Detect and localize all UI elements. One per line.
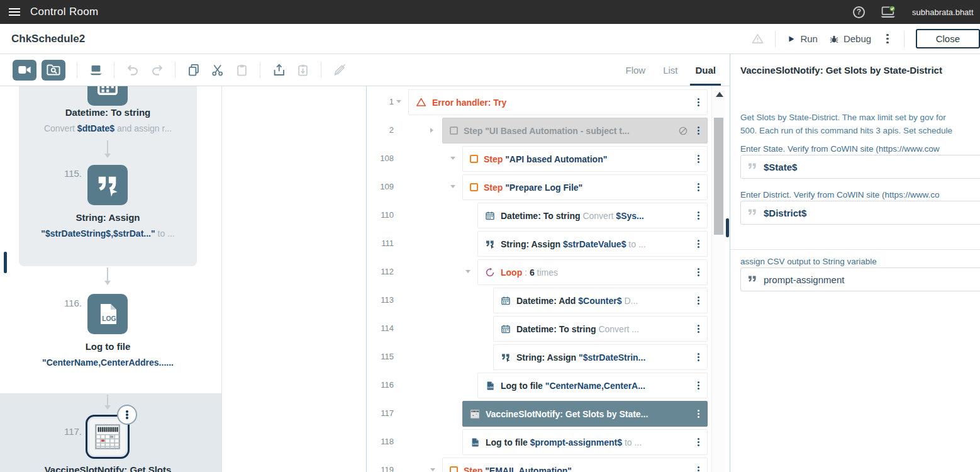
line-number: 1 bbox=[367, 97, 394, 106]
row-options-kebab-icon[interactable] bbox=[698, 413, 700, 415]
toolbar-divider bbox=[77, 62, 77, 78]
folder-search-icon[interactable] bbox=[42, 60, 65, 81]
chevron-down-icon[interactable] bbox=[465, 270, 471, 273]
line-number: 117 bbox=[367, 408, 394, 418]
laptop-check-icon[interactable] bbox=[880, 5, 897, 19]
scrollbar-thumb[interactable] bbox=[714, 118, 723, 235]
string-type-quotes-icon bbox=[747, 162, 757, 172]
disabled-icon bbox=[678, 126, 688, 136]
calendar-icon bbox=[501, 324, 511, 334]
error-triangle-icon bbox=[416, 97, 426, 108]
row-options-kebab-icon[interactable] bbox=[698, 385, 700, 387]
action-card[interactable]: Step "API based Automation" bbox=[462, 146, 708, 172]
line-number: 114 bbox=[367, 323, 394, 333]
action-card[interactable]: Datetime: To string Convert ... bbox=[493, 316, 708, 342]
action-card[interactable]: Step "Prepare Log File" bbox=[462, 174, 708, 200]
flow-node-subtitle: "$strDateString$,$strDat..." to ... bbox=[5, 228, 211, 239]
chevron-down-icon[interactable] bbox=[450, 185, 455, 188]
string-type-quotes-icon bbox=[747, 274, 757, 284]
flow-node-log-to-file[interactable]: LOG bbox=[87, 294, 128, 334]
field-input[interactable]: prompt-assignment bbox=[740, 267, 980, 291]
paste-icon bbox=[233, 62, 250, 78]
laptop-icon[interactable] bbox=[87, 62, 104, 78]
field-label: assign CSV output to String variable bbox=[740, 257, 980, 266]
row-options-kebab-icon[interactable] bbox=[698, 300, 700, 302]
export-icon[interactable] bbox=[270, 62, 287, 78]
action-card[interactable]: Datetime: Add $Counter$ D... bbox=[493, 288, 708, 313]
panel-splitter-handle[interactable] bbox=[726, 218, 729, 237]
action-title: VaccineSlotNotify: Get Slots by State-Di… bbox=[740, 65, 979, 76]
row-options-kebab-icon[interactable] bbox=[698, 243, 700, 245]
hamburger-icon[interactable] bbox=[9, 11, 20, 13]
chevron-down-icon[interactable] bbox=[450, 157, 455, 160]
page-title: ChkSchedule2 bbox=[11, 33, 85, 45]
row-options-kebab-icon[interactable] bbox=[698, 441, 700, 444]
action-card[interactable]: VaccineSlotNotify: Get Slots by State... bbox=[462, 401, 708, 427]
chevron-down-icon[interactable] bbox=[430, 468, 435, 471]
view-tab-flow[interactable]: Flow bbox=[625, 54, 645, 86]
list-row-112: 112 Loop : 6 times bbox=[367, 258, 727, 286]
field-input[interactable]: $District$ bbox=[740, 201, 980, 225]
row-options-kebab-icon[interactable] bbox=[698, 215, 700, 217]
field-value: $State$ bbox=[764, 162, 797, 172]
list-row-111: 111 String: Assign $strDateValue$ to ... bbox=[367, 230, 727, 258]
node-options-kebab-icon[interactable] bbox=[117, 405, 137, 425]
row-options-kebab-icon[interactable] bbox=[698, 101, 700, 104]
field-input[interactable]: $State$ bbox=[740, 155, 980, 179]
row-options-kebab-icon[interactable] bbox=[698, 271, 700, 274]
field-label: Enter State. Verify from CoWIN site (htt… bbox=[740, 144, 980, 154]
flow-canvas[interactable]: Datetime: To string Convert $dtDate$ and… bbox=[0, 86, 366, 472]
step-square-icon bbox=[470, 155, 478, 163]
line-number: 113 bbox=[367, 295, 394, 305]
close-button[interactable]: Close bbox=[916, 29, 980, 48]
row-options-kebab-icon[interactable] bbox=[698, 469, 700, 472]
line-number: 118 bbox=[367, 437, 394, 446]
left-splitter-handle[interactable] bbox=[4, 252, 7, 273]
list-row-1: 1 Error handler: Try bbox=[367, 88, 727, 116]
chevron-down-icon[interactable] bbox=[396, 100, 401, 103]
action-card[interactable]: String: Assign $strDateValue$ to ... bbox=[477, 231, 708, 257]
row-options-kebab-icon[interactable] bbox=[698, 130, 700, 132]
bug-icon bbox=[829, 34, 839, 44]
calendar-icon bbox=[501, 296, 511, 306]
action-card[interactable]: LOGLog to file "CenterName,CenterA... bbox=[477, 373, 708, 398]
flow-node-string-assign[interactable] bbox=[87, 165, 128, 205]
flow-node-datetime[interactable] bbox=[87, 86, 128, 106]
more-actions-kebab-icon[interactable] bbox=[886, 38, 889, 40]
list-row-116: 116 LOGLog to file "CenterName,CenterA..… bbox=[367, 371, 727, 400]
row-options-kebab-icon[interactable] bbox=[698, 158, 700, 160]
run-button[interactable]: Run bbox=[787, 33, 818, 44]
debug-button[interactable]: Debug bbox=[829, 33, 871, 44]
action-card[interactable]: Loop : 6 times bbox=[477, 259, 708, 285]
chevron-right-icon[interactable] bbox=[430, 128, 433, 133]
app-title: Control Room bbox=[30, 6, 98, 18]
string-quotes-icon bbox=[485, 239, 495, 249]
row-options-kebab-icon[interactable] bbox=[698, 356, 700, 359]
undo-icon bbox=[125, 62, 141, 78]
cut-icon[interactable] bbox=[209, 62, 226, 78]
action-card[interactable]: LOGLog to file $prompt-assignment$ to ..… bbox=[462, 429, 708, 455]
record-icon[interactable] bbox=[13, 60, 36, 81]
loop-icon bbox=[485, 267, 495, 278]
flow-panel-edge bbox=[221, 86, 222, 472]
action-card[interactable]: Datetime: To string Convert $Sys... bbox=[477, 203, 708, 228]
scroll-up-icon[interactable] bbox=[716, 92, 723, 97]
step-square-icon bbox=[450, 466, 458, 472]
action-card[interactable]: Error handler: Try bbox=[408, 89, 708, 115]
view-tab-dual[interactable]: Dual bbox=[695, 54, 716, 86]
view-tab-list[interactable]: List bbox=[663, 54, 677, 86]
action-card[interactable]: Step "UI Based Automation - subject t... bbox=[442, 118, 708, 143]
flow-node-number: 115. bbox=[25, 168, 82, 179]
username[interactable]: subhabrata.bhatt bbox=[912, 8, 980, 17]
divider bbox=[775, 31, 776, 47]
action-card[interactable]: Step "EMAIL Automation" bbox=[442, 458, 708, 472]
row-options-kebab-icon[interactable] bbox=[698, 328, 700, 330]
log-icon: LOG bbox=[485, 381, 495, 391]
action-card[interactable]: String: Assign "$strDateStrin... bbox=[493, 344, 708, 370]
line-number: 111 bbox=[367, 239, 394, 248]
copy-icon[interactable] bbox=[186, 62, 202, 78]
row-options-kebab-icon[interactable] bbox=[698, 186, 700, 189]
svg-text:LOG: LOG bbox=[472, 442, 478, 446]
help-icon[interactable]: ? bbox=[853, 6, 865, 18]
flow-node-title: String: Assign bbox=[19, 212, 197, 223]
